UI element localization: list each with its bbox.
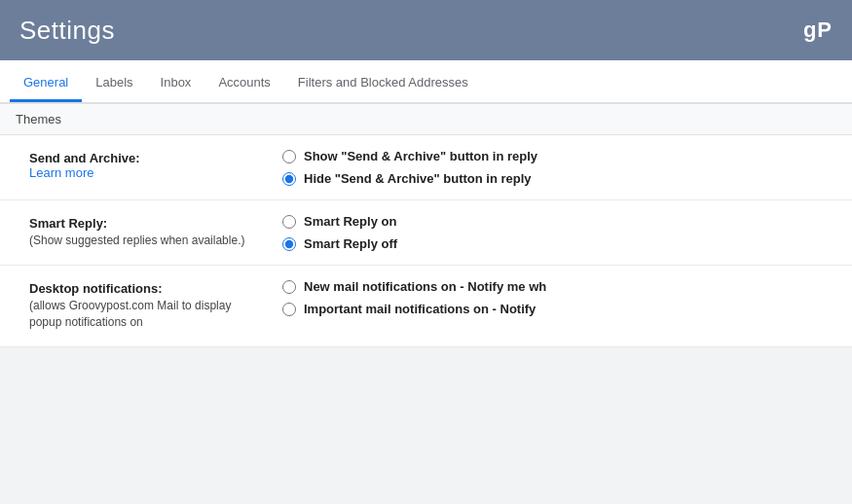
hide-send-archive-option: Hide "Send & Archive" button in reply — [282, 171, 842, 186]
send-archive-options-cell: Show "Send & Archive" button in reply Hi… — [273, 135, 852, 200]
show-send-archive-label: Show "Send & Archive" button in reply — [304, 149, 537, 163]
table-row: Smart Reply: (Show suggested replies whe… — [0, 200, 852, 266]
important-mail-notifications-option: Important mail notifications on - Notify — [282, 302, 842, 316]
hide-send-archive-radio[interactable] — [282, 172, 296, 186]
new-mail-notifications-option: New mail notifications on - Notify me wh — [282, 279, 842, 294]
smart-reply-on-label: Smart Reply on — [304, 214, 396, 229]
smart-reply-off-label: Smart Reply off — [304, 236, 397, 251]
table-row: Desktop notifications: (allows Groovypos… — [0, 266, 852, 347]
smart-reply-on-radio[interactable] — [282, 215, 296, 229]
important-mail-notifications-label: Important mail notifications on - Notify — [304, 302, 536, 316]
section-themes-header: Themes — [0, 103, 852, 135]
tab-general[interactable]: General — [10, 65, 82, 102]
send-archive-title: Send and Archive: — [29, 151, 253, 165]
important-mail-notifications-radio[interactable] — [282, 303, 296, 316]
logo: gP — [803, 18, 833, 43]
tab-filters[interactable]: Filters and Blocked Addresses — [284, 65, 482, 102]
show-send-archive-radio[interactable] — [282, 150, 296, 163]
tab-labels[interactable]: Labels — [82, 65, 146, 102]
content-area: Themes Send and Archive: Learn more Show… — [0, 103, 852, 347]
tabs-bar: General Labels Inbox Accounts Filters an… — [0, 60, 852, 103]
smart-reply-on-option: Smart Reply on — [282, 214, 842, 229]
show-send-archive-option: Show "Send & Archive" button in reply — [282, 149, 842, 163]
desktop-notifications-options-cell: New mail notifications on - Notify me wh… — [273, 266, 852, 347]
new-mail-notifications-label: New mail notifications on - Notify me wh — [304, 279, 546, 294]
page-title: Settings — [19, 16, 115, 46]
smart-reply-title: Smart Reply: — [29, 216, 253, 231]
tab-accounts[interactable]: Accounts — [204, 65, 283, 102]
desktop-notifications-title: Desktop notifications: — [29, 281, 253, 296]
new-mail-notifications-radio[interactable] — [282, 280, 296, 294]
desktop-notifications-desc: (allows Groovypost.com Mail to display p… — [29, 298, 253, 331]
settings-table: Send and Archive: Learn more Show "Send … — [0, 135, 852, 347]
smart-reply-label-cell: Smart Reply: (Show suggested replies whe… — [0, 200, 273, 266]
table-row: Send and Archive: Learn more Show "Send … — [0, 135, 852, 200]
settings-header: Settings gP — [0, 0, 852, 60]
send-archive-learn-more-link[interactable]: Learn more — [29, 165, 93, 180]
smart-reply-off-radio[interactable] — [282, 237, 296, 251]
smart-reply-options-cell: Smart Reply on Smart Reply off — [273, 200, 852, 266]
desktop-notifications-label-cell: Desktop notifications: (allows Groovypos… — [0, 266, 273, 347]
send-archive-label-cell: Send and Archive: Learn more — [0, 135, 273, 200]
hide-send-archive-label: Hide "Send & Archive" button in reply — [304, 171, 532, 186]
smart-reply-desc: (Show suggested replies when available.) — [29, 233, 253, 249]
smart-reply-off-option: Smart Reply off — [282, 236, 842, 251]
tab-inbox[interactable]: Inbox — [147, 65, 205, 102]
